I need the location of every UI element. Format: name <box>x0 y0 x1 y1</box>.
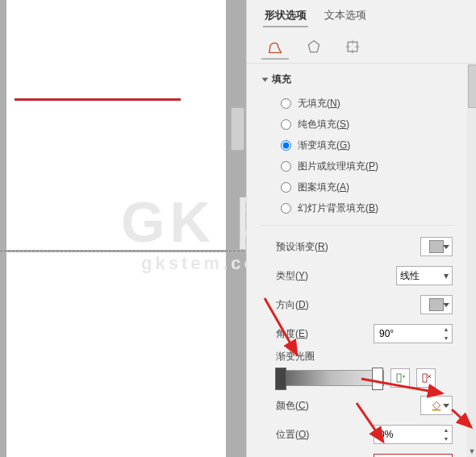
svg-rect-9 <box>423 374 427 382</box>
svg-rect-6 <box>397 374 401 382</box>
fill-line-icon[interactable] <box>261 35 289 60</box>
gradient-stop-1[interactable] <box>275 368 286 390</box>
panel-scrollbar[interactable]: ▼ <box>467 64 476 457</box>
gradient-stop-2[interactable] <box>372 368 383 390</box>
slide-divider <box>0 251 244 251</box>
transparency-spinner[interactable]: ▲▼ <box>374 454 453 457</box>
radio-pattern-fill[interactable]: 图案填充(A) <box>281 177 454 197</box>
spin-down-icon: ▼ <box>441 334 452 343</box>
size-properties-icon[interactable] <box>339 35 366 58</box>
position-spinner[interactable]: ▲▼ <box>374 425 453 444</box>
section-fill-header[interactable]: 填充 <box>263 73 454 86</box>
tab-text-options[interactable]: 文本选项 <box>323 5 368 27</box>
label-angle: 角度(E) <box>276 327 374 341</box>
label-preset-gradient: 预设渐变(R) <box>276 240 420 254</box>
paint-bucket-icon <box>429 399 444 412</box>
radio-solid-fill[interactable]: 纯色填充(S) <box>281 114 454 135</box>
slide-bottom[interactable] <box>6 252 226 457</box>
tab-shape-options[interactable]: 形状选项 <box>263 5 308 27</box>
row-position: 位置(O) ▲▼ <box>247 420 467 449</box>
radio-slide-bg-fill[interactable]: 幻灯片背景填充(B) <box>281 197 454 218</box>
add-stop-button[interactable] <box>390 368 410 388</box>
effects-icon[interactable] <box>300 35 328 58</box>
row-type: 类型(Y) ▾ <box>247 261 467 290</box>
angle-spinner[interactable]: ▲▼ <box>374 324 453 343</box>
direction-picker[interactable] <box>420 295 453 314</box>
label-direction: 方向(D) <box>276 298 420 312</box>
radio-gradient-fill[interactable]: 渐变填充(G) <box>281 135 454 156</box>
panel-scrollbar-thumb[interactable] <box>468 64 476 108</box>
gradient-stop-bar[interactable] <box>276 370 384 386</box>
row-angle: 角度(E) ▲▼ <box>247 319 467 348</box>
row-direction: 方向(D) <box>247 290 467 319</box>
label-color: 颜色(C) <box>276 399 420 413</box>
label-type: 类型(Y) <box>276 269 396 283</box>
svg-marker-0 <box>308 41 319 52</box>
scroll-down-icon[interactable]: ▼ <box>467 446 476 457</box>
type-select[interactable]: ▾ <box>396 266 453 285</box>
row-color: 颜色(C) <box>247 391 467 420</box>
slide-top[interactable] <box>6 0 226 250</box>
shape-redline[interactable] <box>15 98 181 101</box>
row-preset-gradient: 预设渐变(R) <box>247 232 467 261</box>
svg-rect-12 <box>432 409 441 411</box>
canvas-scrollbar-thumb[interactable] <box>231 107 244 151</box>
radio-no-fill[interactable]: 无填充(N) <box>281 93 454 114</box>
category-icons <box>247 27 476 64</box>
radio-picture-fill[interactable]: 图片或纹理填充(P) <box>281 156 454 177</box>
spin-up-icon: ▲ <box>441 325 452 334</box>
row-transparency: 透明度(T) ▲▼ <box>247 449 467 457</box>
remove-stop-button[interactable] <box>416 368 436 388</box>
format-shape-panel: 形状选项 文本选项 填充 无填充(N) 纯色填充(S) <box>246 0 476 457</box>
color-picker[interactable] <box>420 396 453 415</box>
collapse-triangle-icon <box>262 77 269 81</box>
preset-gradient-picker[interactable] <box>420 237 453 256</box>
slide-canvas <box>0 0 246 457</box>
label-gradient-stops: 渐变光圈 <box>276 351 315 362</box>
label-position: 位置(O) <box>276 428 374 442</box>
